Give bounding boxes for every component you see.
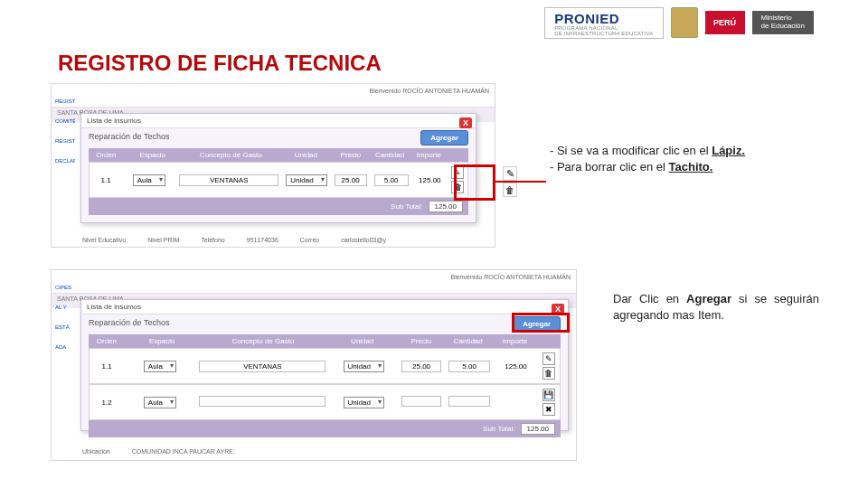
screenshot-2: SANTA ROSA DE LIMA Bienvenido ROCÍO ANTO…	[51, 269, 577, 461]
screenshot-1: SANTA ROSA DE LIMA Bienvenido ROCÍO ANTO…	[51, 83, 495, 248]
espacio-select[interactable]: Aula	[144, 361, 176, 372]
minedu-l2: de Educación	[761, 23, 805, 31]
note-2: Dar Clic en Agregar si se seguirán agreg…	[613, 291, 819, 323]
cell-text: 1.1	[90, 360, 124, 373]
table-row: 1.2AulaUnidad💾✖	[89, 384, 561, 420]
repair-title: Reparación de Techos	[89, 132, 169, 141]
cell-input[interactable]: 5.00	[448, 361, 490, 372]
cell-input[interactable]: 25.00	[401, 361, 441, 372]
edit-icon[interactable]: ✎	[542, 352, 555, 365]
repair-title: Reparación de Techos	[89, 318, 169, 327]
table-row: 1.1AulaVENTANASUnidad25.005.00125.00✎🗑	[89, 162, 468, 198]
col-header: Precio	[398, 334, 444, 348]
subtotal-label: Sub Total:	[483, 425, 514, 433]
cancel-icon[interactable]: ✖	[542, 403, 555, 416]
welcome-text: Bienvenido ROCÍO ANTONIETA HUAMÁN	[451, 274, 571, 280]
col-header: Importe	[410, 148, 448, 162]
col-header: Precio	[332, 148, 370, 162]
close-icon[interactable]: X	[459, 117, 472, 128]
col-header	[538, 334, 561, 348]
cell-text: 1.1	[90, 174, 122, 187]
insumos-modal: Lista de insumos X Reparación de Techos …	[80, 299, 569, 431]
cell-input[interactable]: VENTANAS	[179, 174, 278, 186]
cell-text: 1.2	[90, 396, 124, 409]
note-1: - Si se va a modificar clic en el Lápiz.…	[550, 143, 821, 174]
sidebar-item[interactable]: COMITÉ Y	[55, 118, 75, 124]
strip-field: Nivel Educativo	[82, 237, 126, 243]
cell-text	[494, 399, 538, 405]
cell-text: 125.00	[412, 174, 448, 187]
modal-titlebar: Lista de insumos	[81, 114, 476, 128]
cell-input[interactable]: 25.00	[335, 174, 367, 186]
col-header: Orden	[89, 334, 125, 348]
modal-subtitle-row: Reparación de Techos Agregar	[81, 128, 476, 145]
sidebar-item[interactable]: AL Y	[55, 305, 75, 310]
sidebar: CIPES AL Y ESTÁ ADA	[52, 270, 77, 460]
col-header: Orden	[89, 148, 124, 162]
delete-icon[interactable]: 🗑	[542, 367, 555, 380]
peru-flag: PERÚ	[705, 11, 745, 34]
col-header: Unidad	[326, 334, 398, 348]
welcome-text: Bienvenido ROCÍO ANTONIETA HUAMÁN	[370, 88, 489, 94]
agregar-button[interactable]: Agregar	[420, 130, 468, 145]
col-header: Importe	[492, 334, 538, 348]
disk-icon[interactable]: 💾	[542, 389, 555, 401]
page-title: REGISTRO DE FICHA TECNICA	[58, 51, 382, 76]
col-header: Espacio	[125, 334, 200, 348]
minedu-box: Ministerio de Educación	[752, 11, 814, 34]
subtotal-value: 125.00	[521, 423, 555, 435]
insumos-modal: Lista de insumos X Reparación de Techos …	[80, 113, 476, 223]
col-header: Cantidad	[444, 334, 492, 348]
cell-input[interactable]: VENTANAS	[199, 361, 326, 372]
info-strip: Nivel Educativo Nivel PRIM Teléfono 9511…	[52, 235, 495, 245]
modal-subtitle-row: Reparación de Techos Agregar	[81, 314, 568, 331]
pronied-sub2: DE INFRAESTRUCTURA EDUCATIVA	[554, 31, 653, 36]
edit-icon[interactable]: ✎	[503, 166, 517, 181]
strip-field: Correo	[300, 237, 319, 243]
pronied-title: PRONIED	[554, 12, 653, 25]
unidad-select[interactable]: Unidad	[344, 361, 384, 372]
sidebar-item[interactable]: REGISTRO	[55, 138, 75, 144]
subtotal-row: Sub Total: 125.00	[89, 198, 468, 215]
espacio-select[interactable]: Aula	[133, 174, 165, 186]
subtotal-value: 125.00	[429, 201, 463, 212]
col-header: Espacio	[124, 148, 182, 162]
strip-field: Ubicación	[82, 448, 110, 455]
sidebar: REGISTRO F COMITÉ Y REGISTRO DECLARA	[52, 84, 77, 247]
strip-field: carlostello03@y	[341, 237, 386, 243]
cell-input[interactable]	[448, 396, 490, 407]
cell-input[interactable]	[401, 396, 441, 407]
subtotal-label: Sub Total:	[391, 202, 422, 211]
subtotal-row: Sub Total: 125.00	[89, 420, 561, 437]
table-row: 1.1AulaVENTANASUnidad25.005.00125.00✎🗑	[89, 348, 561, 384]
cell-text: 125.00	[494, 360, 538, 373]
col-header	[448, 148, 468, 162]
highlight-icons	[454, 164, 495, 201]
unidad-select[interactable]: Unidad	[344, 397, 384, 408]
unidad-select[interactable]: Unidad	[286, 174, 326, 186]
sidebar-item[interactable]: CIPES	[55, 285, 75, 290]
strip-field: COMUNIDAD INCA PAUCAR AYRE	[132, 448, 233, 455]
table-header: OrdenEspacioConcepto de GastoUnidadPreci…	[89, 334, 561, 348]
table-header: OrdenEspacioConcepto de GastoUnidadPreci…	[89, 148, 468, 162]
sidebar-item[interactable]: REGISTRO F	[55, 99, 75, 104]
sidebar-item[interactable]: ADA	[55, 344, 75, 350]
arrow-to-note-1	[495, 181, 546, 183]
gov-header: PRONIED PROGRAMA NACIONAL DE INFRAESTRUC…	[544, 4, 814, 42]
strip-field: Nivel PRIM	[147, 237, 179, 243]
cell-input[interactable]	[199, 396, 326, 407]
info-strip: Ubicación COMUNIDAD INCA PAUCAR AYRE	[52, 446, 576, 456]
col-header: Concepto de Gasto	[200, 334, 327, 348]
delete-icon[interactable]: 🗑	[503, 183, 517, 197]
col-header: Unidad	[280, 148, 332, 162]
sidebar-item[interactable]: ESTÁ	[55, 324, 75, 330]
col-header: Concepto de Gasto	[182, 148, 280, 162]
highlight-agregar	[512, 313, 570, 333]
cell-input[interactable]: 5.00	[374, 174, 409, 186]
sidebar-item[interactable]: DECLARA	[55, 158, 75, 164]
col-header: Cantidad	[370, 148, 410, 162]
espacio-select[interactable]: Aula	[144, 397, 176, 408]
pronied-logo: PRONIED PROGRAMA NACIONAL DE INFRAESTRUC…	[544, 7, 663, 39]
modal-titlebar: Lista de insumos	[81, 300, 568, 314]
escudo-icon	[671, 7, 698, 38]
